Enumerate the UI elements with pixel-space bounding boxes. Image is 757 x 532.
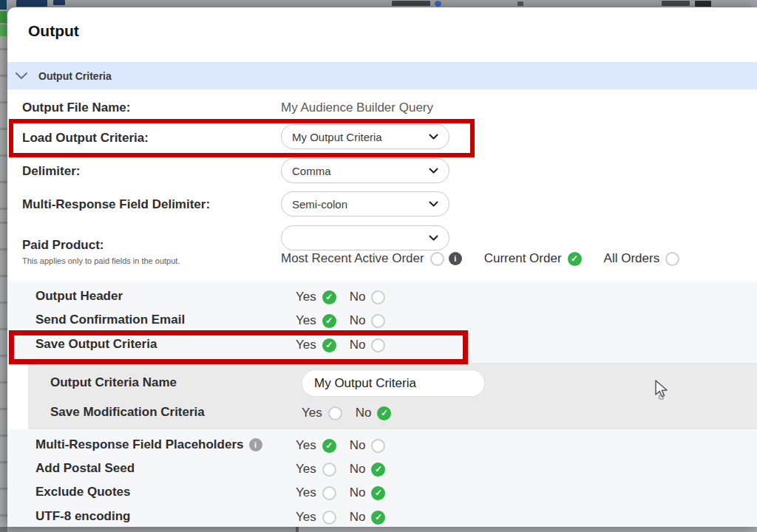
output-modal: Output Output Criteria Output File Name:… [7, 7, 757, 527]
delimiter-select[interactable]: Comma [281, 158, 449, 183]
add-postal-seed-toggle: Yes ✓ No ✓ [296, 462, 385, 477]
yes-label: Yes [296, 438, 316, 453]
output-criteria-name-label: Output Criteria Name [50, 375, 177, 390]
delimiter-label: Delimiter: [22, 164, 80, 179]
background-text-fragment [517, 1, 523, 6]
modal-title: Output [28, 22, 79, 40]
background-bottom-bar-segment [299, 527, 757, 532]
background-icon-fragment [435, 1, 441, 7]
radio-no[interactable]: ✓ [377, 406, 391, 420]
chevron-down-icon [429, 201, 438, 208]
chevron-down-icon [429, 134, 438, 140]
check-icon: ✓ [375, 513, 382, 522]
radio-yes[interactable]: ✓ [322, 338, 336, 352]
label-text: Multi-Response Field Placeholders [35, 437, 244, 452]
yes-label: Yes [296, 338, 316, 352]
save-output-criteria-toggle: Yes ✓ No ✓ [296, 338, 385, 352]
no-label: No [356, 406, 372, 420]
multi-response-field-delimiter-select[interactable]: Semi-colon [281, 191, 449, 216]
radio-all-orders[interactable]: ✓ [665, 252, 679, 266]
utf8-encoding-label: UTF-8 encoding [35, 509, 130, 524]
background-logo-fragment [16, 0, 47, 7]
radio-no[interactable]: ✓ [371, 338, 385, 352]
exclude-quotes-label: Exclude Quotes [35, 485, 130, 499]
option-all-orders: All Orders [604, 251, 660, 266]
check-icon: ✓ [325, 341, 333, 349]
save-modification-criteria-label: Save Modification Criteria [50, 405, 205, 420]
exclude-quotes-toggle: Yes ✓ No ✓ [296, 485, 385, 500]
no-label: No [350, 485, 366, 500]
radio-no[interactable]: ✓ [371, 314, 385, 328]
yes-label: Yes [296, 313, 316, 328]
radio-no[interactable]: ✓ [371, 463, 385, 477]
save-modification-criteria-toggle: Yes ✓ No ✓ [302, 406, 391, 420]
background-logo-fragment [53, 0, 65, 5]
output-criteria-name-input[interactable] [302, 369, 485, 397]
radio-yes[interactable]: ✓ [322, 290, 336, 304]
selected-option: Semi-colon [292, 198, 347, 211]
radio-yes[interactable]: ✓ [322, 439, 336, 453]
yes-label: Yes [296, 510, 316, 525]
yes-label: Yes [296, 462, 316, 477]
selected-option: My Output Criteria [292, 131, 382, 143]
radio-no[interactable]: ✓ [371, 486, 385, 500]
load-output-criteria-label: Load Output Criteria: [22, 131, 149, 146]
no-label: No [350, 462, 366, 477]
background-left-edge [0, 7, 7, 527]
section-header-output-criteria[interactable]: Output Criteria [7, 62, 757, 89]
check-icon: ✓ [375, 488, 382, 497]
option-most-recent-active-order: Most Recent Active Order [281, 251, 424, 266]
no-label: No [350, 290, 366, 304]
yes-label: Yes [296, 290, 316, 304]
yes-label: Yes [302, 406, 322, 420]
paid-product-select[interactable] [281, 225, 449, 250]
multi-response-field-placeholders-label: Multi-Response Field Placeholders i [35, 437, 262, 452]
radio-no[interactable]: ✓ [371, 511, 385, 525]
paid-product-radio-group: Most Recent Active Order ✓ i Current Ord… [281, 251, 679, 266]
background-logo-fragment [0, 0, 7, 10]
radio-yes[interactable]: ✓ [322, 486, 336, 500]
check-icon: ✓ [325, 441, 333, 450]
no-label: No [350, 510, 366, 525]
background-text-fragment [662, 1, 690, 6]
paid-product-sublabel: This applies only to paid fields in the … [22, 256, 180, 265]
background-text-fragment [392, 1, 430, 6]
background-top-bar [0, 0, 757, 7]
radio-yes[interactable]: ✓ [328, 406, 342, 420]
radio-no[interactable]: ✓ [371, 439, 385, 453]
load-output-criteria-select[interactable]: My Output Criteria [281, 124, 449, 149]
multi-response-field-delimiter-label: Multi-Response Field Delimiter: [22, 197, 210, 212]
check-icon: ✓ [325, 293, 333, 301]
radio-current-order[interactable]: ✓ [568, 252, 582, 266]
radio-yes[interactable]: ✓ [322, 463, 336, 477]
background-text-fragment [695, 1, 711, 7]
info-icon[interactable]: i [449, 252, 462, 265]
radio-no[interactable]: ✓ [371, 290, 385, 304]
info-icon[interactable]: i [249, 438, 262, 451]
background-bottom-corner [0, 527, 7, 532]
selected-option: Comma [292, 165, 331, 177]
output-header-toggle: Yes ✓ No ✓ [296, 290, 385, 304]
radio-most-recent-active-order[interactable]: ✓ [430, 252, 444, 266]
paid-product-label: Paid Product: [22, 238, 104, 253]
utf8-encoding-toggle: Yes ✓ No ✓ [296, 510, 385, 525]
chevron-down-icon [429, 168, 438, 174]
radio-yes[interactable]: ✓ [322, 511, 336, 525]
option-current-order: Current Order [484, 251, 562, 266]
output-file-name-label: Output File Name: [22, 100, 130, 115]
no-label: No [350, 438, 366, 453]
check-icon: ✓ [375, 465, 382, 474]
yes-label: Yes [296, 485, 316, 500]
no-label: No [350, 338, 366, 352]
chevron-down-icon [15, 72, 28, 81]
multi-response-field-placeholders-toggle: Yes ✓ No ✓ [296, 438, 385, 453]
section-title: Output Criteria [38, 70, 112, 82]
radio-yes[interactable]: ✓ [322, 314, 336, 328]
background-logo-fragment [0, 24, 7, 36]
background-bottom-divider [296, 527, 299, 532]
add-postal-seed-label: Add Postal Seed [35, 461, 135, 476]
background-logo-fragment [0, 11, 7, 23]
output-header-label: Output Header [35, 289, 123, 304]
check-icon: ✓ [381, 409, 388, 417]
check-icon: ✓ [571, 254, 578, 263]
